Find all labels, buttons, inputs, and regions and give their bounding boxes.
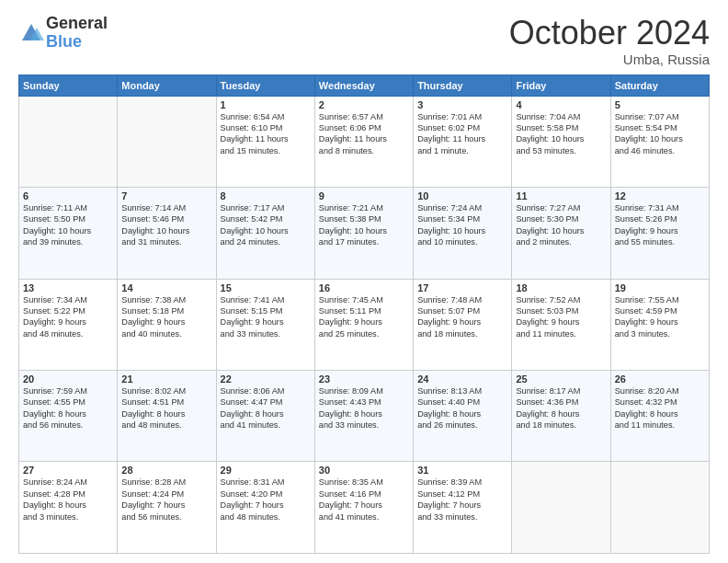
day-number: 16 bbox=[319, 282, 409, 293]
cell-w3-d2: 22Sunrise: 8:06 AM Sunset: 4:47 PM Dayli… bbox=[216, 371, 314, 462]
logo-line1: General bbox=[46, 15, 108, 33]
day-info: Sunrise: 8:28 AM Sunset: 4:24 PM Dayligh… bbox=[121, 477, 211, 523]
calendar-header: Sunday Monday Tuesday Wednesday Thursday… bbox=[19, 75, 710, 96]
page: General Blue October 2024 Umba, Russia S… bbox=[0, 0, 728, 563]
day-number: 25 bbox=[516, 373, 606, 385]
day-number: 21 bbox=[121, 373, 211, 385]
day-info: Sunrise: 7:38 AM Sunset: 5:18 PM Dayligh… bbox=[121, 294, 211, 340]
day-number: 24 bbox=[417, 373, 507, 385]
cell-w4-d0: 27Sunrise: 8:24 AM Sunset: 4:28 PM Dayli… bbox=[19, 462, 118, 554]
day-number: 4 bbox=[516, 99, 606, 110]
header-row: Sunday Monday Tuesday Wednesday Thursday… bbox=[19, 75, 710, 96]
cell-w1-d6: 12Sunrise: 7:31 AM Sunset: 5:26 PM Dayli… bbox=[610, 188, 709, 279]
day-info: Sunrise: 7:07 AM Sunset: 5:54 PM Dayligh… bbox=[615, 111, 705, 157]
col-sunday: Sunday bbox=[19, 75, 118, 96]
day-info: Sunrise: 8:39 AM Sunset: 4:12 PM Dayligh… bbox=[417, 477, 507, 523]
day-info: Sunrise: 6:54 AM Sunset: 6:10 PM Dayligh… bbox=[221, 111, 311, 157]
day-info: Sunrise: 8:13 AM Sunset: 4:40 PM Dayligh… bbox=[417, 385, 507, 431]
cell-w3-d5: 25Sunrise: 8:17 AM Sunset: 4:36 PM Dayli… bbox=[512, 371, 610, 462]
col-thursday: Thursday bbox=[414, 75, 512, 96]
day-info: Sunrise: 8:06 AM Sunset: 4:47 PM Dayligh… bbox=[221, 385, 311, 431]
day-info: Sunrise: 7:11 AM Sunset: 5:50 PM Dayligh… bbox=[23, 202, 113, 248]
day-info: Sunrise: 7:24 AM Sunset: 5:34 PM Dayligh… bbox=[417, 202, 507, 248]
day-number: 19 bbox=[615, 282, 705, 293]
cell-w3-d1: 21Sunrise: 8:02 AM Sunset: 4:51 PM Dayli… bbox=[118, 371, 216, 462]
day-number: 14 bbox=[121, 282, 211, 293]
day-info: Sunrise: 7:17 AM Sunset: 5:42 PM Dayligh… bbox=[221, 202, 311, 248]
day-number: 3 bbox=[417, 99, 507, 110]
cell-w4-d4: 31Sunrise: 8:39 AM Sunset: 4:12 PM Dayli… bbox=[414, 462, 512, 554]
cell-w1-d1: 7Sunrise: 7:14 AM Sunset: 5:46 PM Daylig… bbox=[118, 188, 216, 279]
day-number: 6 bbox=[23, 190, 113, 201]
day-info: Sunrise: 7:55 AM Sunset: 4:59 PM Dayligh… bbox=[615, 294, 705, 340]
day-info: Sunrise: 7:01 AM Sunset: 6:02 PM Dayligh… bbox=[417, 111, 507, 157]
day-number: 13 bbox=[23, 282, 113, 293]
day-info: Sunrise: 7:04 AM Sunset: 5:58 PM Dayligh… bbox=[516, 111, 606, 157]
col-monday: Monday bbox=[118, 75, 216, 96]
cell-w1-d5: 11Sunrise: 7:27 AM Sunset: 5:30 PM Dayli… bbox=[512, 188, 610, 279]
day-number: 2 bbox=[319, 99, 409, 110]
day-info: Sunrise: 7:27 AM Sunset: 5:30 PM Dayligh… bbox=[516, 202, 606, 248]
cell-w2-d6: 19Sunrise: 7:55 AM Sunset: 4:59 PM Dayli… bbox=[610, 279, 709, 370]
day-number: 15 bbox=[221, 282, 311, 293]
day-number: 17 bbox=[417, 282, 507, 293]
day-info: Sunrise: 8:02 AM Sunset: 4:51 PM Dayligh… bbox=[121, 385, 211, 431]
day-number: 31 bbox=[417, 465, 507, 476]
day-number: 18 bbox=[516, 282, 606, 293]
day-info: Sunrise: 7:45 AM Sunset: 5:11 PM Dayligh… bbox=[319, 294, 409, 340]
day-number: 1 bbox=[221, 99, 311, 110]
cell-w3-d6: 26Sunrise: 8:20 AM Sunset: 4:32 PM Dayli… bbox=[610, 371, 709, 462]
cell-w2-d1: 14Sunrise: 7:38 AM Sunset: 5:18 PM Dayli… bbox=[118, 279, 216, 370]
day-info: Sunrise: 7:21 AM Sunset: 5:38 PM Dayligh… bbox=[319, 202, 409, 248]
cell-w4-d2: 29Sunrise: 8:31 AM Sunset: 4:20 PM Dayli… bbox=[216, 462, 314, 554]
header: General Blue October 2024 Umba, Russia bbox=[18, 15, 710, 67]
day-info: Sunrise: 8:17 AM Sunset: 4:36 PM Dayligh… bbox=[516, 385, 606, 431]
day-number: 8 bbox=[221, 190, 311, 201]
day-number: 10 bbox=[417, 190, 507, 201]
cell-w0-d6: 5Sunrise: 7:07 AM Sunset: 5:54 PM Daylig… bbox=[610, 96, 709, 187]
cell-w4-d3: 30Sunrise: 8:35 AM Sunset: 4:16 PM Dayli… bbox=[314, 462, 413, 554]
cell-w1-d2: 8Sunrise: 7:17 AM Sunset: 5:42 PM Daylig… bbox=[216, 188, 314, 279]
day-number: 5 bbox=[615, 99, 705, 110]
day-info: Sunrise: 7:14 AM Sunset: 5:46 PM Dayligh… bbox=[121, 202, 211, 248]
day-info: Sunrise: 8:24 AM Sunset: 4:28 PM Dayligh… bbox=[23, 477, 113, 523]
day-number: 29 bbox=[221, 465, 311, 476]
day-info: Sunrise: 7:31 AM Sunset: 5:26 PM Dayligh… bbox=[615, 202, 705, 248]
logo-text: General Blue bbox=[46, 15, 108, 52]
day-info: Sunrise: 8:20 AM Sunset: 4:32 PM Dayligh… bbox=[615, 385, 705, 431]
day-number: 22 bbox=[221, 373, 311, 385]
cell-w3-d0: 20Sunrise: 7:59 AM Sunset: 4:55 PM Dayli… bbox=[19, 371, 118, 462]
col-friday: Friday bbox=[512, 75, 610, 96]
day-info: Sunrise: 7:52 AM Sunset: 5:03 PM Dayligh… bbox=[516, 294, 606, 340]
cell-w2-d2: 15Sunrise: 7:41 AM Sunset: 5:15 PM Dayli… bbox=[216, 279, 314, 370]
day-number: 28 bbox=[121, 465, 211, 476]
week-row-2: 13Sunrise: 7:34 AM Sunset: 5:22 PM Dayli… bbox=[19, 279, 710, 370]
day-number: 26 bbox=[615, 373, 705, 385]
day-number: 23 bbox=[319, 373, 409, 385]
cell-w4-d6 bbox=[610, 462, 709, 554]
cell-w2-d5: 18Sunrise: 7:52 AM Sunset: 5:03 PM Dayli… bbox=[512, 279, 610, 370]
day-number: 30 bbox=[319, 465, 409, 476]
cell-w1-d4: 10Sunrise: 7:24 AM Sunset: 5:34 PM Dayli… bbox=[414, 188, 512, 279]
day-info: Sunrise: 8:31 AM Sunset: 4:20 PM Dayligh… bbox=[221, 477, 311, 523]
day-number: 12 bbox=[615, 190, 705, 201]
cell-w3-d3: 23Sunrise: 8:09 AM Sunset: 4:43 PM Dayli… bbox=[314, 371, 413, 462]
day-info: Sunrise: 7:59 AM Sunset: 4:55 PM Dayligh… bbox=[23, 385, 113, 431]
title-block: October 2024 Umba, Russia bbox=[509, 15, 710, 67]
day-number: 9 bbox=[319, 190, 409, 201]
col-saturday: Saturday bbox=[610, 75, 709, 96]
col-tuesday: Tuesday bbox=[216, 75, 314, 96]
col-wednesday: Wednesday bbox=[314, 75, 413, 96]
location: Umba, Russia bbox=[509, 52, 710, 67]
calendar-table: Sunday Monday Tuesday Wednesday Thursday… bbox=[18, 75, 710, 554]
cell-w2-d4: 17Sunrise: 7:48 AM Sunset: 5:07 PM Dayli… bbox=[414, 279, 512, 370]
cell-w0-d0 bbox=[19, 96, 118, 187]
cell-w0-d4: 3Sunrise: 7:01 AM Sunset: 6:02 PM Daylig… bbox=[414, 96, 512, 187]
week-row-3: 20Sunrise: 7:59 AM Sunset: 4:55 PM Dayli… bbox=[19, 371, 710, 462]
day-number: 27 bbox=[23, 465, 113, 476]
cell-w4-d1: 28Sunrise: 8:28 AM Sunset: 4:24 PM Dayli… bbox=[118, 462, 216, 554]
logo-line2: Blue bbox=[46, 32, 82, 51]
cell-w0-d2: 1Sunrise: 6:54 AM Sunset: 6:10 PM Daylig… bbox=[216, 96, 314, 187]
cell-w0-d5: 4Sunrise: 7:04 AM Sunset: 5:58 PM Daylig… bbox=[512, 96, 610, 187]
day-info: Sunrise: 7:41 AM Sunset: 5:15 PM Dayligh… bbox=[221, 294, 311, 340]
